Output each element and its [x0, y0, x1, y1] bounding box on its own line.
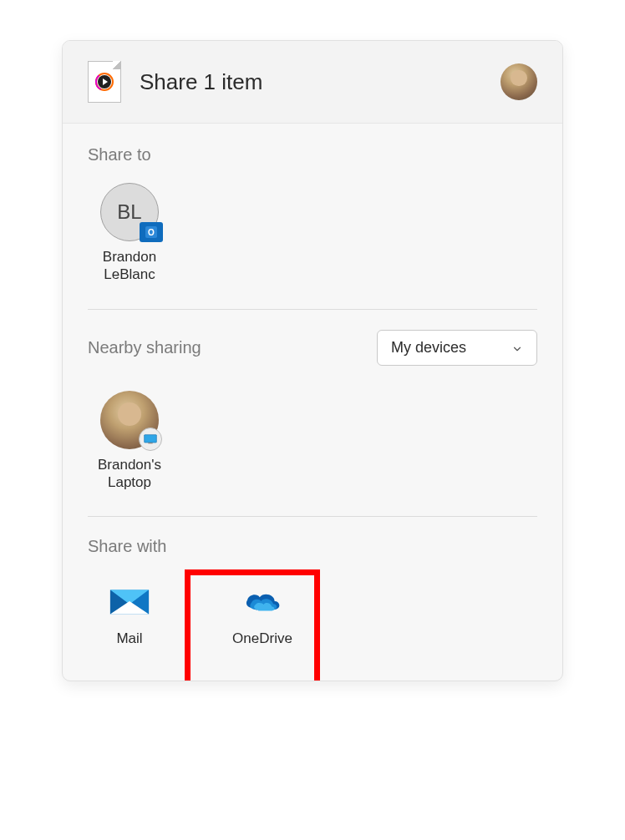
device-avatar: [100, 391, 159, 449]
divider: [88, 516, 537, 517]
nearby-header-row: Nearby sharing My devices: [88, 330, 537, 366]
nearby-devices-row: Brandon's Laptop: [88, 391, 537, 492]
user-avatar[interactable]: [501, 63, 537, 100]
share-title: Share 1 item: [140, 69, 501, 95]
app-label: OneDrive: [232, 630, 292, 647]
contact-avatar-initials: BL O: [100, 183, 159, 241]
share-panel: Share 1 item Share to BL O Brandon LeBla…: [62, 40, 563, 681]
svg-rect-5: [148, 443, 152, 443]
contact-initials: BL: [117, 200, 141, 224]
share-with-row: Mail OneDrive: [88, 574, 537, 647]
outlook-badge-icon: O: [140, 222, 163, 242]
app-label: Mail: [116, 630, 142, 647]
share-body: Share to BL O Brandon LeBlanc Nearby sha…: [63, 124, 562, 681]
share-header: Share 1 item: [63, 41, 562, 124]
onedrive-icon: [241, 579, 284, 623]
app-tile-onedrive[interactable]: OneDrive: [200, 579, 325, 647]
share-to-label: Share to: [88, 145, 537, 164]
contact-name: Brandon LeBlanc: [88, 248, 171, 284]
chevron-down-icon: [511, 342, 523, 353]
contact-tile[interactable]: BL O Brandon LeBlanc: [88, 183, 171, 284]
device-tile[interactable]: Brandon's Laptop: [88, 391, 171, 492]
dropdown-value: My devices: [391, 339, 466, 357]
nearby-sharing-label: Nearby sharing: [88, 338, 201, 357]
nearby-scope-dropdown[interactable]: My devices: [377, 330, 537, 366]
share-with-label: Share with: [88, 537, 537, 556]
app-tile-mail[interactable]: Mail: [88, 579, 171, 647]
share-to-row: BL O Brandon LeBlanc: [88, 183, 537, 284]
divider: [88, 309, 537, 310]
mail-icon: [108, 579, 151, 623]
device-name: Brandon's Laptop: [88, 456, 171, 492]
svg-rect-4: [145, 434, 157, 442]
file-thumbnail-icon: [88, 61, 121, 103]
monitor-icon: [139, 428, 162, 451]
